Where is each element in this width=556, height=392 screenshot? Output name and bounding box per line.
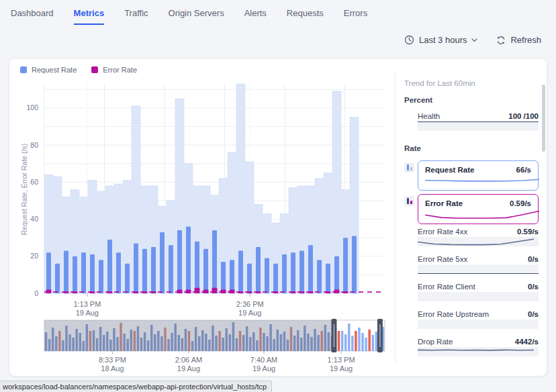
trend-sparkline	[418, 347, 534, 356]
request-rate-bar[interactable]	[282, 254, 287, 293]
legend-swatch	[91, 66, 98, 73]
request-rate-bar[interactable]	[343, 238, 348, 293]
request-rate-bar[interactable]	[299, 250, 304, 293]
metric-value: 0/s	[528, 255, 539, 263]
brush-tick-time: 2:06 AM	[175, 356, 202, 364]
request-rate-bar[interactable]	[186, 227, 191, 293]
request-rate-bar[interactable]	[160, 232, 165, 293]
brush-tick-time: 7:40 AM	[250, 356, 277, 364]
request-rate-bar[interactable]	[55, 264, 60, 293]
legend-item-request-rate[interactable]: Request Rate	[20, 66, 77, 74]
request-error-rate-chart[interactable]: 0204060801001:13 PM19 Aug2:36 PM19 Aug8:…	[9, 75, 389, 375]
request-rate-bar[interactable]	[64, 250, 68, 293]
tab-traffic[interactable]: Traffic	[124, 8, 148, 25]
tab-origin-servers[interactable]: Origin Servers	[169, 8, 224, 25]
request-rate-bar[interactable]	[212, 230, 217, 293]
tab-dashboard[interactable]: Dashboard	[11, 8, 54, 25]
metric-header: Error Rate 4xx0.59/s	[418, 228, 539, 236]
sidebar-title: Trend for Last 60min	[404, 79, 539, 87]
y-tick-label: 40	[30, 215, 38, 223]
request-rate-bar[interactable]	[256, 247, 261, 293]
request-rate-bar[interactable]	[334, 256, 339, 293]
trend-strip	[418, 320, 539, 329]
x-tick-date: 19 Aug	[76, 309, 99, 317]
brush-request-bar	[372, 335, 374, 351]
legend-label: Error Rate	[103, 66, 137, 74]
metric-card-error-rate[interactable]: Error Rate0.59/s	[418, 194, 539, 224]
request-rate-bar[interactable]	[99, 260, 103, 293]
request-rate-bar[interactable]	[81, 252, 86, 293]
y-tick-label: 60	[30, 178, 38, 186]
sidebar-scrollbar[interactable]	[542, 85, 545, 152]
request-rate-bar[interactable]	[177, 230, 182, 293]
metric-label: Drop Rate	[418, 338, 453, 346]
request-rate-bar[interactable]	[125, 264, 130, 293]
request-rate-bar[interactable]	[317, 260, 322, 293]
bar-chart-icon[interactable]	[404, 196, 414, 206]
request-rate-bar[interactable]	[169, 245, 173, 293]
tab-metrics[interactable]: Metrics	[74, 8, 105, 25]
metric-header: Error Rate Client0/s	[418, 283, 539, 291]
tab-alerts[interactable]: Alerts	[244, 8, 267, 25]
refresh-icon	[496, 36, 506, 45]
legend-label: Request Rate	[32, 66, 77, 74]
request-rate-bar[interactable]	[352, 236, 357, 293]
request-rate-bar[interactable]	[151, 247, 156, 293]
metric-row-health: Health100 /100	[418, 112, 539, 131]
tab-errors[interactable]: Errors	[344, 8, 367, 25]
metrics-dashboard-screen: DashboardMetricsTrafficOrigin ServersAle…	[0, 0, 556, 392]
request-rate-bar[interactable]	[46, 252, 51, 293]
metric-label: Error Rate Client	[418, 283, 475, 291]
metric-label: Error Rate 4xx	[418, 228, 467, 236]
request-rate-bar[interactable]	[265, 258, 269, 293]
metric-header: Request Rate66/s	[425, 166, 531, 174]
metric-header: Health100 /100	[418, 112, 539, 120]
request-rate-bar[interactable]	[326, 264, 330, 293]
brush-error-bar	[355, 331, 357, 351]
panel-divider	[395, 71, 396, 362]
metric-card-request-rate[interactable]: Request Rate66/s	[418, 160, 539, 191]
chart-controls: Last 3 hours Refresh	[404, 35, 541, 45]
trend-sparkline	[418, 237, 534, 246]
request-rate-bar[interactable]	[238, 250, 243, 293]
request-rate-bar[interactable]	[90, 254, 95, 293]
request-rate-bar[interactable]	[142, 249, 147, 293]
request-rate-bar[interactable]	[134, 243, 138, 293]
request-rate-bar[interactable]	[230, 260, 234, 293]
request-rate-bar[interactable]	[308, 245, 313, 293]
legend-item-error-rate[interactable]: Error Rate	[91, 66, 137, 74]
sidebar-heading-percent: Percent	[404, 96, 539, 104]
request-rate-bar[interactable]	[195, 242, 199, 293]
refresh-button[interactable]: Refresh	[496, 35, 541, 45]
top-nav: DashboardMetricsTrafficOrigin ServersAle…	[11, 8, 367, 25]
request-rate-bar[interactable]	[247, 264, 252, 293]
metric-header: Drop Rate4442/s	[418, 338, 539, 346]
trend-strip	[418, 237, 539, 246]
metric-value: 0.59/s	[517, 228, 539, 236]
clock-icon	[404, 35, 414, 45]
bar-chart-icon[interactable]	[404, 162, 414, 173]
request-rate-bar[interactable]	[116, 252, 121, 293]
trend-strip	[418, 292, 539, 301]
y-tick-label: 80	[30, 141, 38, 149]
metric-label: Health	[418, 112, 440, 120]
sidebar-heading-rate: Rate	[404, 144, 539, 152]
legend-swatch	[20, 66, 27, 73]
request-rate-bar[interactable]	[273, 264, 278, 293]
chart-legend: Request RateError Rate	[20, 66, 137, 74]
trend-strip	[418, 347, 539, 356]
metric-value: 0/s	[528, 310, 539, 318]
request-rate-bar[interactable]	[221, 262, 226, 293]
metric-row-error-rate-client: Error Rate Client0/s	[418, 283, 539, 301]
tab-requests[interactable]: Requests	[287, 8, 324, 25]
brush-overlay-unselected[interactable]	[44, 320, 334, 351]
request-rate-bar[interactable]	[73, 256, 77, 293]
brush-request-bar	[361, 333, 363, 351]
request-rate-bar[interactable]	[291, 252, 295, 293]
request-rate-bar[interactable]	[203, 249, 208, 293]
request-rate-bar[interactable]	[107, 240, 112, 293]
link-preview-statusbar: workspaces/load-balancers/namespaces/web…	[0, 381, 272, 392]
time-range-selector[interactable]: Last 3 hours	[404, 35, 478, 45]
metric-header: Error Rate Upstream0/s	[418, 310, 539, 318]
brush-tick-date: 19 Aug	[177, 364, 200, 373]
